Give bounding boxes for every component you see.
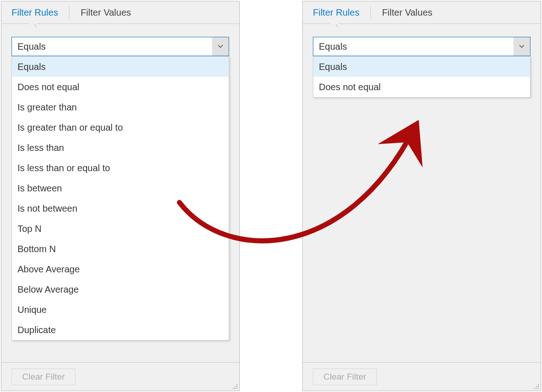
svg-point-6	[538, 384, 539, 385]
clear-filter-button[interactable]: Clear Filter	[313, 369, 377, 385]
panel-content: Equals EqualsDoes not equal	[303, 24, 541, 362]
dropdown-option[interactable]: Equals	[313, 57, 530, 77]
dropdown-option[interactable]: Bottom N	[12, 239, 229, 259]
rule-select[interactable]: Equals	[313, 37, 530, 56]
dropdown-option[interactable]: Is less than or equal to	[12, 158, 229, 178]
tab-filter-rules[interactable]: Filter Rules	[311, 1, 361, 23]
dropdown-option[interactable]: Is between	[12, 178, 229, 198]
svg-point-9	[534, 388, 535, 389]
resize-grip[interactable]	[231, 383, 238, 389]
rule-select-button[interactable]	[212, 37, 229, 56]
dropdown-option[interactable]: Is not between	[12, 198, 229, 219]
dropdown-option[interactable]: Does not equal	[12, 77, 229, 97]
dropdown-option[interactable]: Does not equal	[313, 77, 530, 97]
rule-select-button[interactable]	[513, 37, 530, 56]
rule-dropdown[interactable]: EqualsDoes not equal	[313, 56, 530, 98]
svg-point-5	[236, 388, 237, 389]
filter-panel-left: Filter Rules Filter Values Equals Equals…	[1, 1, 240, 391]
rule-select-value: Equals	[12, 41, 212, 52]
dropdown-option[interactable]: Is greater than or equal to	[12, 117, 229, 138]
tab-bar: Filter Rules Filter Values	[1, 1, 239, 23]
tab-filter-values[interactable]: Filter Values	[79, 1, 133, 23]
dropdown-option[interactable]: Unique	[12, 300, 229, 320]
panel-footer: Clear Filter	[1, 362, 239, 391]
svg-point-10	[536, 388, 537, 389]
dropdown-option[interactable]: Equals	[12, 57, 229, 77]
rule-select[interactable]: Equals	[12, 37, 229, 56]
svg-point-11	[538, 388, 539, 389]
svg-point-0	[236, 384, 237, 385]
dropdown-option[interactable]: Below Average	[12, 279, 229, 300]
dropdown-option[interactable]: Above Average	[12, 259, 229, 279]
dropdown-option[interactable]: Is greater than	[12, 97, 229, 117]
resize-grip-icon	[231, 383, 238, 389]
dropdown-option[interactable]: Duplicate	[12, 320, 229, 340]
filter-panel-right: Filter Rules Filter Values Equals Equals…	[302, 1, 541, 391]
panel-footer: Clear Filter	[303, 362, 541, 391]
resize-grip-icon	[533, 383, 539, 389]
svg-point-3	[233, 388, 234, 389]
svg-point-7	[536, 386, 537, 387]
dropdown-option[interactable]: Is less than	[12, 138, 229, 158]
tab-bar: Filter Rules Filter Values	[303, 1, 541, 23]
tab-separator	[370, 6, 371, 18]
rule-dropdown[interactable]: EqualsDoes not equalIs greater thanIs gr…	[12, 56, 229, 340]
tab-separator	[69, 6, 69, 18]
svg-point-4	[235, 388, 236, 389]
clear-filter-button[interactable]: Clear Filter	[12, 369, 75, 385]
tab-filter-values[interactable]: Filter Values	[380, 1, 434, 23]
tab-filter-rules[interactable]: Filter Rules	[10, 1, 60, 23]
svg-point-1	[235, 386, 236, 387]
dropdown-option[interactable]: Top N	[12, 219, 229, 239]
resize-grip[interactable]	[533, 383, 539, 389]
chevron-down-icon	[519, 45, 525, 48]
svg-point-8	[538, 386, 539, 387]
rule-select-value: Equals	[313, 41, 513, 52]
svg-point-2	[236, 386, 237, 387]
panel-content: Equals EqualsDoes not equalIs greater th…	[1, 24, 239, 362]
chevron-down-icon	[218, 45, 223, 48]
